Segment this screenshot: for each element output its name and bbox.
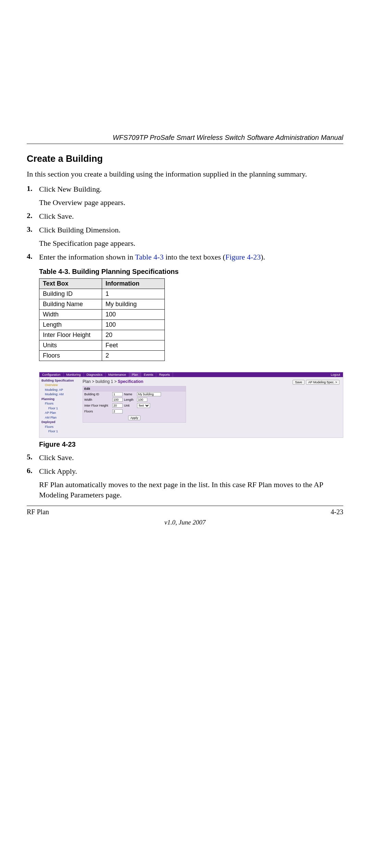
intro-paragraph: In this section you create a building us… xyxy=(27,169,343,179)
sidebar-hdr-deployed: Deployed xyxy=(41,420,80,425)
input-inter-floor-height[interactable] xyxy=(112,403,123,408)
tab-diagnostics[interactable]: Diagnostics xyxy=(84,372,106,377)
sidebar-item-modeling-ap[interactable]: Modeling: AP xyxy=(41,388,80,393)
sidebar-item-deployed-floor-1[interactable]: Floor 1 xyxy=(41,429,80,434)
footer-page-number: 4-23 xyxy=(331,508,343,516)
edit-panel-title: Edit xyxy=(83,386,186,391)
ap-modeling-spec-button[interactable]: AP Modeling Spec. > xyxy=(306,380,340,385)
td: Building ID xyxy=(39,289,102,299)
step-3: Click Building Dimension. The Specificat… xyxy=(27,225,343,249)
ui-top-nav: Configuration Monitoring Diagnostics Mai… xyxy=(39,372,343,377)
step-2-text: Click Save. xyxy=(39,211,343,221)
input-length[interactable] xyxy=(137,398,147,402)
xref-table-4-3[interactable]: Table 4-3 xyxy=(135,253,163,261)
step-4-part-a: Enter the information shown in xyxy=(39,253,135,261)
xref-figure-4-23[interactable]: Figure 4-23 xyxy=(225,253,261,261)
label-length: Length xyxy=(124,398,136,401)
label-building-id: Building ID xyxy=(84,393,111,396)
th-information: Information xyxy=(102,278,165,289)
footer-section-name: RF Plan xyxy=(27,508,49,516)
step-4-part-b: into the text boxes ( xyxy=(163,253,225,261)
apply-button[interactable]: Apply xyxy=(128,415,141,420)
td: Length xyxy=(39,320,102,330)
label-name: Name xyxy=(124,393,136,396)
step-3-result: The Specification page appears. xyxy=(39,238,343,249)
step-4: Enter the information shown in Table 4-3… xyxy=(27,252,343,448)
sidebar-hdr-planning: Planning xyxy=(41,397,80,402)
step-5-text: Click Save. xyxy=(39,453,343,463)
label-inter-floor-height: Inter Floor Height xyxy=(84,404,111,407)
section-heading: Create a Building xyxy=(27,154,343,164)
sidebar-item-overview[interactable]: Overview xyxy=(41,383,80,388)
step-2: Click Save. xyxy=(27,211,343,221)
step-5: Click Save. xyxy=(27,453,343,463)
td: Feet xyxy=(102,340,165,350)
td: Units xyxy=(39,340,102,350)
td: 1 xyxy=(102,289,165,299)
sidebar-item-floors[interactable]: Floors xyxy=(41,401,80,406)
breadcrumb-path: Plan > building 1 > xyxy=(83,379,118,384)
tab-maintenance[interactable]: Maintenance xyxy=(106,372,129,377)
breadcrumb-current: Specification xyxy=(118,379,144,384)
step-6: Click Apply. RF Plan automatically moves… xyxy=(27,466,343,500)
td: Width xyxy=(39,309,102,320)
ui-sidebar: Building Specification Overview Modeling… xyxy=(41,378,80,434)
logout-link[interactable]: Logout xyxy=(328,372,343,377)
tab-configuration[interactable]: Configuration xyxy=(39,372,64,377)
select-unit[interactable]: feet xyxy=(137,403,150,408)
page-footer: RF Plan 4-23 xyxy=(27,506,343,516)
sidebar-item-am-plan[interactable]: AM Plan xyxy=(41,415,80,420)
tab-reports[interactable]: Reports xyxy=(156,372,173,377)
tab-plan[interactable]: Plan xyxy=(129,372,141,377)
step-1-result: The Overview page appears. xyxy=(39,197,343,208)
figure-label: Figure 4-23 xyxy=(39,441,343,448)
step-4-text: Enter the information shown in Table 4-3… xyxy=(39,252,343,262)
building-spec-table: Text Box Information Building ID1 Buildi… xyxy=(39,278,165,361)
sidebar-hdr-buildingspec: Building Specification xyxy=(41,378,80,383)
input-name[interactable] xyxy=(137,392,161,396)
td: 20 xyxy=(102,330,165,340)
sidebar-item-modeling-am[interactable]: Modeling: AM xyxy=(41,392,80,397)
input-floors[interactable] xyxy=(112,409,123,413)
td: Floors xyxy=(39,350,102,361)
td: 100 xyxy=(102,320,165,330)
step-6-text: Click Apply. xyxy=(39,466,343,477)
td: Inter Floor Height xyxy=(39,330,102,340)
sidebar-item-floor-1[interactable]: Floor 1 xyxy=(41,406,80,411)
td: My building xyxy=(102,299,165,309)
footer-version: v1.0, June 2007 xyxy=(27,519,343,526)
th-textbox: Text Box xyxy=(39,278,102,289)
save-button[interactable]: Save xyxy=(293,380,305,385)
sidebar-item-ap-plan[interactable]: AP Plan xyxy=(41,411,80,415)
step-6-result: RF Plan automatically moves to the next … xyxy=(39,480,343,500)
running-header: WFS709TP ProSafe Smart Wireless Switch S… xyxy=(27,134,343,144)
td: 100 xyxy=(102,309,165,320)
label-unit: Unit xyxy=(124,404,136,407)
td: Building Name xyxy=(39,299,102,309)
label-width: Width xyxy=(84,398,111,401)
td: 2 xyxy=(102,350,165,361)
input-width[interactable] xyxy=(112,398,123,402)
input-building-id[interactable] xyxy=(112,392,123,396)
step-1-text: Click New Building. xyxy=(39,184,343,194)
embedded-ui-screenshot: Configuration Monitoring Diagnostics Mai… xyxy=(39,372,343,438)
table-caption: Table 4-3. Building Planning Specificati… xyxy=(39,268,343,276)
step-1: Click New Building. The Overview page ap… xyxy=(27,184,343,208)
label-floors: Floors xyxy=(84,410,111,413)
step-3-text: Click Building Dimension. xyxy=(39,225,343,235)
edit-panel: Edit Building ID Name Width xyxy=(83,386,186,423)
step-4-part-c: ). xyxy=(261,253,265,261)
tab-monitoring[interactable]: Monitoring xyxy=(64,372,84,377)
sidebar-item-deployed-floors[interactable]: Floors xyxy=(41,425,80,430)
tab-events[interactable]: Events xyxy=(141,372,157,377)
